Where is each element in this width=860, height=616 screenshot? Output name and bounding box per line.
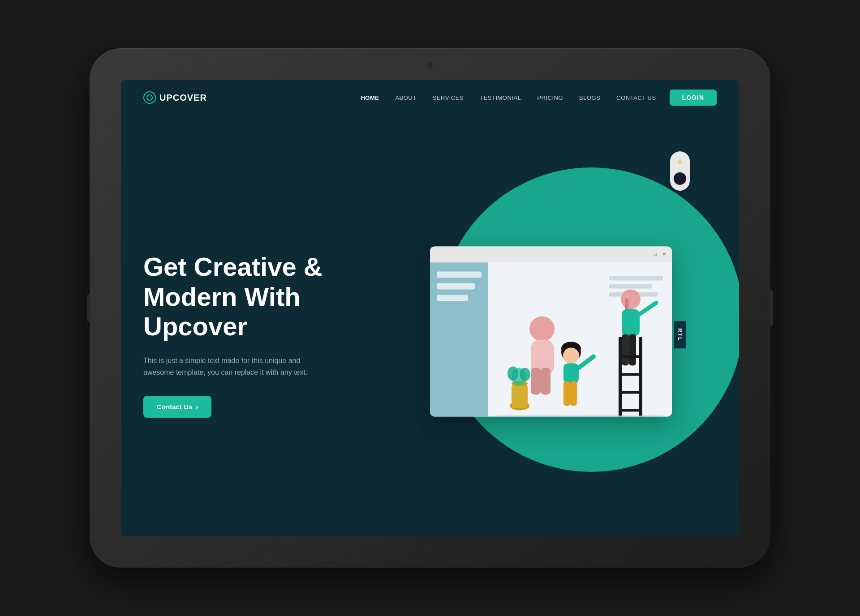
nav-pricing[interactable]: PRICING bbox=[537, 94, 563, 101]
nav-links: HOME ABOUT SERVICES TESTIMONIAL PRICING … bbox=[361, 94, 656, 101]
rtl-button[interactable]: RTL bbox=[674, 321, 686, 348]
cta-label: Contact Us bbox=[157, 403, 192, 411]
hero-subtitle: This is just a simple text made for this… bbox=[143, 355, 331, 378]
svg-rect-19 bbox=[622, 309, 640, 336]
browser-titlebar: □ ✕ bbox=[430, 246, 672, 262]
browser-close[interactable]: ✕ bbox=[661, 251, 667, 257]
tablet-power-button bbox=[770, 290, 773, 326]
browser-minimize[interactable]: □ bbox=[652, 251, 658, 257]
nav-home[interactable]: HOME bbox=[361, 94, 379, 101]
hero-content: Get Creative & Modern With Upcover This … bbox=[143, 252, 367, 418]
logo[interactable]: UPCOVER bbox=[143, 91, 207, 104]
cta-arrow: › bbox=[196, 403, 198, 411]
svg-rect-15 bbox=[531, 368, 541, 394]
svg-point-5 bbox=[520, 368, 530, 381]
navbar: UPCOVER HOME ABOUT SERVICES TESTIMONIAL … bbox=[121, 80, 739, 116]
svg-line-12 bbox=[579, 356, 593, 368]
logo-text: UPCOVER bbox=[159, 93, 207, 103]
svg-rect-22 bbox=[629, 334, 636, 365]
sidebar-line-3 bbox=[437, 295, 468, 301]
browser-main-content bbox=[488, 262, 672, 416]
svg-point-13 bbox=[529, 316, 555, 341]
logo-icon bbox=[143, 91, 156, 104]
hero-section: Get Creative & Modern With Upcover This … bbox=[121, 116, 739, 536]
svg-rect-10 bbox=[563, 381, 570, 406]
svg-rect-21 bbox=[622, 334, 629, 365]
hero-title-line2: Modern With bbox=[143, 282, 301, 311]
theme-toggle[interactable]: ☀ bbox=[670, 151, 690, 191]
sun-icon: ☀ bbox=[676, 158, 684, 167]
svg-rect-1 bbox=[512, 383, 528, 408]
browser-content bbox=[430, 262, 672, 416]
hero-title-line3: Upcover bbox=[143, 312, 247, 341]
browser-mockup: □ ✕ bbox=[430, 246, 672, 416]
nav-testimonial[interactable]: TESTIMONIAL bbox=[480, 94, 521, 101]
svg-rect-9 bbox=[563, 363, 579, 383]
tablet-screen: UPCOVER HOME ABOUT SERVICES TESTIMONIAL … bbox=[121, 80, 739, 536]
svg-rect-11 bbox=[570, 381, 577, 406]
svg-point-17 bbox=[621, 289, 641, 309]
illustration-svg bbox=[488, 262, 672, 416]
nav-services[interactable]: SERVICES bbox=[433, 94, 464, 101]
hero-illustration: ☀ RTL □ ✕ bbox=[367, 133, 717, 536]
browser-sidebar bbox=[430, 262, 488, 416]
svg-rect-16 bbox=[541, 368, 550, 394]
svg-point-8 bbox=[563, 347, 579, 364]
nav-contact[interactable]: CONTACT US bbox=[616, 94, 656, 101]
hero-title: Get Creative & Modern With Upcover bbox=[143, 252, 367, 342]
tablet-device: UPCOVER HOME ABOUT SERVICES TESTIMONIAL … bbox=[90, 48, 770, 568]
login-button[interactable]: LOGIN bbox=[670, 90, 717, 106]
svg-line-20 bbox=[640, 303, 656, 314]
contact-us-button[interactable]: Contact Us › bbox=[143, 396, 211, 418]
nav-about[interactable]: ABOUT bbox=[395, 94, 416, 101]
hero-title-line1: Get Creative & bbox=[143, 252, 322, 281]
sidebar-line-2 bbox=[437, 283, 475, 289]
moon-icon bbox=[674, 172, 686, 185]
sidebar-line-1 bbox=[437, 271, 482, 278]
svg-point-4 bbox=[507, 366, 518, 381]
nav-blogs[interactable]: BLOGS bbox=[579, 94, 600, 101]
